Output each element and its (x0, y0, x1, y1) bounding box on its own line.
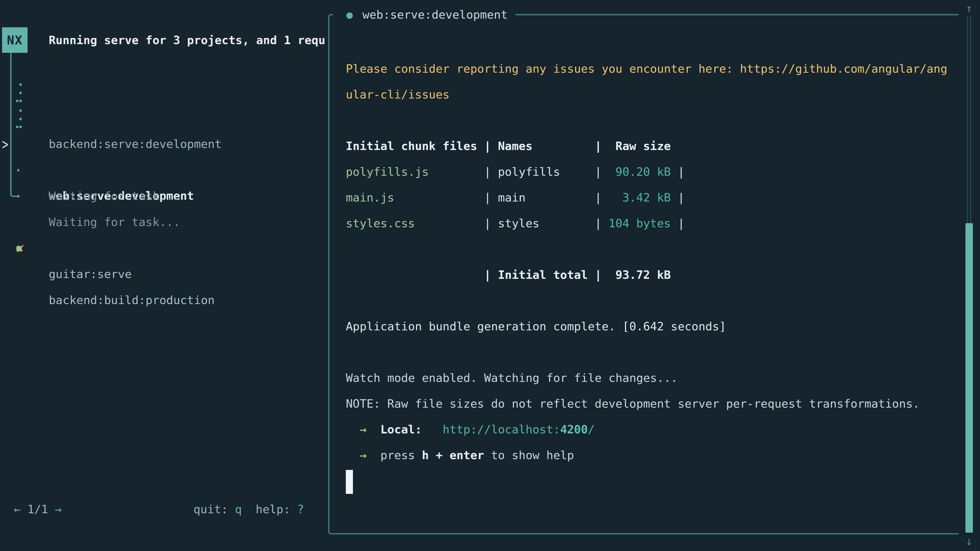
task-row-waiting-1[interactable]: · Waiting for task... (0, 132, 327, 157)
output-panel: ● web:serve:development Please consider … (328, 14, 959, 534)
indent (422, 423, 442, 436)
page-next-icon[interactable]: → (55, 503, 62, 516)
chunk-file: polyfills.js (346, 165, 429, 179)
running-dot-icon: ● (346, 8, 353, 21)
indent (366, 423, 380, 436)
quit-key: q (235, 503, 242, 516)
help-hint-label: help: (256, 503, 298, 516)
chunk-table-row: main.js | main | 3.42 kB | (346, 185, 956, 210)
pager: ← 1/1 → (14, 496, 62, 522)
task-row-backend-build-succeeded[interactable]: backend:build:production (0, 236, 327, 262)
pending-dot-icon: · (13, 183, 24, 209)
chunk-name-cell: | styles | (415, 217, 602, 230)
table-pipe: | (671, 217, 684, 230)
chunk-table-header: Initial chunk files | Names | Raw size (346, 133, 956, 159)
indent (346, 448, 360, 462)
spinner-icon (16, 79, 24, 105)
task-row-web-serve-selected[interactable]: > web:serve:development (0, 106, 327, 131)
arrow-right-icon: → (360, 423, 366, 436)
quit-hint-label: quit: (193, 503, 235, 516)
output-panel-title: ● web:serve:development (333, 2, 515, 27)
local-label: Local: (380, 423, 422, 436)
page-prev-icon[interactable]: ← (14, 503, 21, 516)
output-panel-title-text: web:serve:development (363, 8, 508, 21)
table-pipe: | (671, 191, 684, 204)
watch-mode-message: Watch mode enabled. Watching for file ch… (346, 365, 956, 391)
hint-separator (242, 503, 256, 516)
chunk-size: 90.20 kB (601, 165, 671, 179)
help-key: ? (297, 503, 304, 516)
localhost-port[interactable]: 4200 (560, 423, 588, 436)
task-row-backend-serve[interactable]: backend:serve:development (0, 79, 327, 105)
task-label: backend:build:production (49, 287, 215, 313)
keyboard-hints: quit: q help: ? (193, 496, 304, 522)
chunk-size: 3.42 kB (601, 191, 671, 204)
task-row-guitar-serve-failed[interactable]: ✘ guitar:serve (0, 210, 327, 235)
spinner-icon (16, 106, 24, 131)
task-label: Waiting for task... (49, 183, 180, 209)
terminal-output: Please consider reporting any issues you… (346, 56, 956, 494)
chunk-table-row: polyfills.js | polyfills | 90.20 kB | (346, 159, 956, 185)
issue-notice-line-2: ular-cli/issues (346, 82, 956, 107)
chunk-file: main.js (346, 191, 394, 204)
help-keys: h + enter (422, 448, 484, 462)
chunk-name-cell: | main | (394, 191, 602, 204)
table-pipe: | (671, 165, 684, 179)
chunk-size: 104 bytes (601, 217, 671, 230)
page-indicator: 1/1 (27, 503, 48, 516)
nx-logo: NX (2, 27, 27, 53)
local-url-line: → Local: http://localhost:4200/ (346, 416, 956, 442)
chunk-name-cell: | polyfills | (429, 165, 601, 179)
issue-notice-line-1: Please consider reporting any issues you… (346, 56, 956, 82)
bundle-complete-message: Application bundle generation complete. … (346, 313, 956, 339)
chunk-table-row: styles.css | styles | 104 bytes | (346, 210, 956, 236)
blank-line (346, 107, 956, 133)
scrollbar-thumb[interactable] (966, 223, 973, 533)
localhost-url[interactable]: http://localhost: (442, 423, 560, 436)
task-label: guitar:serve (49, 261, 132, 287)
blank-line (346, 339, 956, 365)
terminal-cursor (346, 470, 353, 494)
indent (366, 448, 380, 462)
initial-total-row: | Initial total | 93.72 kB (346, 262, 956, 288)
localhost-url-slash[interactable]: / (588, 423, 595, 436)
scroll-down-icon[interactable]: ↓ (962, 533, 976, 549)
help-hint-line: → press h + enter to show help (346, 442, 956, 468)
scroll-up-icon[interactable]: ↑ (962, 0, 976, 17)
cursor-line (346, 468, 956, 494)
task-row-waiting-2[interactable]: · Waiting for task... (0, 158, 327, 183)
indent (346, 423, 360, 436)
blank-line (346, 236, 956, 262)
nx-terminal-ui: NX Running serve for 3 projects, and 1 r… (0, 0, 980, 551)
success-square-icon (16, 246, 22, 251)
run-summary-title: Running serve for 3 projects, and 1 requ (49, 27, 328, 53)
help-text-before: press (380, 448, 422, 462)
arrow-right-icon: → (360, 448, 366, 462)
raw-size-note: NOTE: Raw file sizes do not reflect deve… (346, 391, 956, 416)
blank-line (346, 288, 956, 313)
chunk-file: styles.css (346, 217, 415, 230)
help-text-after: to show help (484, 448, 574, 462)
